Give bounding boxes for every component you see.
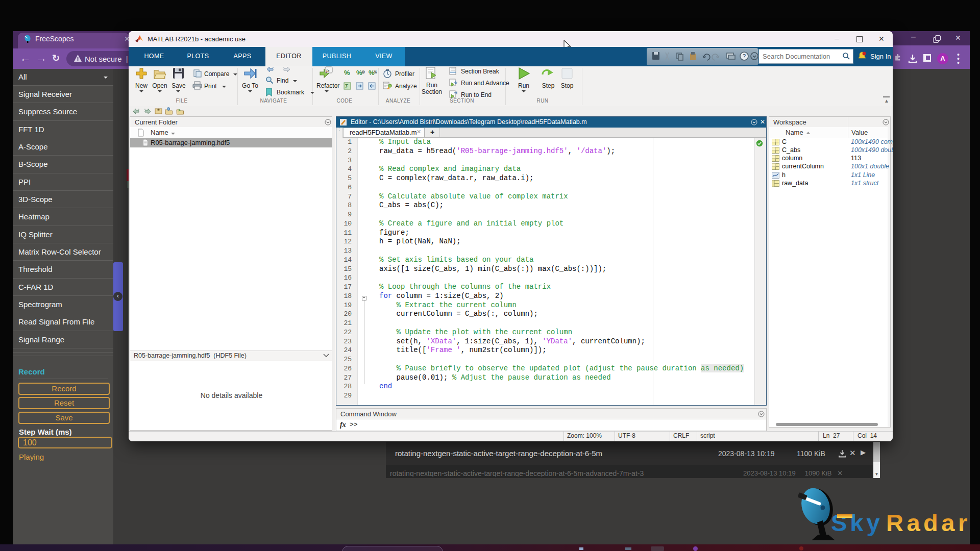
svg-text:Radar: Radar — [886, 509, 971, 536]
svg-text:%: % — [344, 69, 350, 77]
svg-text:Sky: Sky — [831, 509, 883, 536]
svg-text:?: ? — [743, 53, 746, 59]
svg-text:Σ: Σ — [345, 83, 349, 89]
svg-text:fx: fx — [326, 68, 330, 73]
svg-text:⇅: ⇅ — [374, 70, 377, 74]
svg-text:⚙: ⚙ — [361, 70, 365, 74]
